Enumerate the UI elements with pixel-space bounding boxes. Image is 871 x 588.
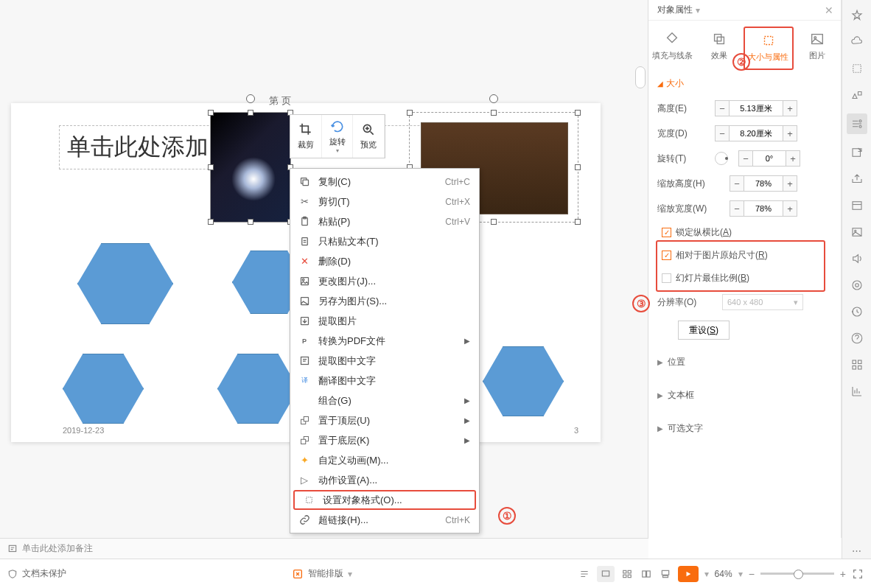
zoom-slider[interactable] <box>760 573 834 575</box>
sorter-view-icon[interactable] <box>620 568 634 580</box>
ctx-extract-text[interactable]: 提取图中文字 <box>290 351 479 371</box>
tab-pic[interactable]: 图片 <box>794 27 841 70</box>
protect-status[interactable]: 文档未保护 <box>22 567 66 580</box>
ctx-save-as-pic[interactable]: 另存为图片(S)... <box>290 291 479 311</box>
shapes-icon[interactable] <box>849 87 865 103</box>
section-position[interactable]: ▶位置 <box>648 346 841 379</box>
zoom-in[interactable]: + <box>840 568 846 580</box>
crop-button[interactable]: 裁剪 <box>290 115 322 158</box>
close-icon[interactable]: ✕ <box>825 4 833 16</box>
rotate-spinner[interactable]: −+ <box>738 150 800 167</box>
preview-button[interactable]: 预览 <box>353 115 385 158</box>
section-size[interactable]: ◢大小 <box>648 70 841 96</box>
reset-button[interactable]: 重设(S) <box>678 321 730 340</box>
tab-size[interactable]: 大小与属性 <box>744 27 794 70</box>
minus-button[interactable]: − <box>730 175 744 192</box>
rotate-button[interactable]: 旋转▾ <box>322 115 354 158</box>
grid-icon[interactable] <box>849 357 865 373</box>
rotate-dial[interactable] <box>715 152 728 165</box>
ctx-translate[interactable]: 译翻译图中文字 <box>290 371 479 391</box>
plus-button[interactable]: + <box>783 100 797 116</box>
rel-orig-check[interactable]: 相对于图片原始尺寸(R) <box>648 244 841 267</box>
share-icon[interactable] <box>849 171 865 187</box>
ctx-cut[interactable]: ✂剪切(T)Ctrl+X <box>290 192 479 211</box>
section-alttext[interactable]: ▶可选文字 <box>648 412 841 445</box>
properties-icon[interactable] <box>847 113 867 134</box>
width-input[interactable] <box>730 125 783 141</box>
ctx-paste-text[interactable]: 只粘贴文本(T) <box>290 231 479 251</box>
ctx-custom-anim[interactable]: ✦自定义动画(M)... <box>290 450 479 470</box>
image-1[interactable] <box>210 112 291 223</box>
reading-view-icon[interactable] <box>640 568 653 580</box>
resize-handle[interactable] <box>208 164 214 170</box>
select-icon[interactable] <box>849 60 865 77</box>
layout-icon[interactable] <box>849 197 865 214</box>
height-input[interactable] <box>730 100 783 116</box>
hexagon-shape[interactable] <box>63 354 144 424</box>
target-icon[interactable] <box>849 277 865 293</box>
resize-handle[interactable] <box>575 219 581 225</box>
minus-button[interactable]: − <box>738 150 753 167</box>
resize-handle[interactable] <box>208 110 214 116</box>
image-icon[interactable] <box>849 224 865 240</box>
plus-button[interactable]: + <box>783 175 797 192</box>
export-icon[interactable] <box>849 144 865 161</box>
sound-icon[interactable] <box>849 251 865 267</box>
minus-button[interactable]: − <box>715 100 730 116</box>
outline-view-icon[interactable] <box>578 568 591 580</box>
resize-handle[interactable] <box>575 164 581 170</box>
tab-fill[interactable]: 填充与线条 <box>648 27 696 70</box>
resize-handle[interactable] <box>491 219 497 225</box>
minus-button[interactable]: − <box>730 200 744 217</box>
ctx-group[interactable]: 组合(G)▶ <box>290 391 479 410</box>
ctx-extract-pic[interactable]: 提取图片 <box>290 311 479 331</box>
scale-h-spinner[interactable]: −+ <box>730 175 797 192</box>
ctx-change-pic[interactable]: 更改图片(J)... <box>290 271 479 291</box>
rotate-input[interactable] <box>753 150 786 167</box>
zoom-value[interactable]: 64% <box>715 569 732 579</box>
ctx-bring-front[interactable]: 置于顶层(U)▶ <box>290 410 479 430</box>
resize-handle[interactable] <box>575 110 581 116</box>
ctx-to-pdf[interactable]: P转换为PDF文件▶ <box>290 331 479 351</box>
ctx-action[interactable]: ▷动作设置(A)... <box>290 470 479 490</box>
resize-handle[interactable] <box>248 219 253 225</box>
resize-handle[interactable] <box>248 110 253 116</box>
ctx-delete[interactable]: ✕删除(D) <box>290 251 479 271</box>
zoom-out[interactable]: − <box>749 568 755 580</box>
lock-ratio-check[interactable]: 锁定纵横比(A) <box>648 221 841 244</box>
hexagon-shape[interactable] <box>217 354 298 424</box>
resize-handle[interactable] <box>491 110 497 116</box>
rotate-handle[interactable] <box>489 94 498 103</box>
slideshow-button[interactable] <box>678 566 699 582</box>
height-spinner[interactable]: −+ <box>715 100 797 116</box>
notes-view-icon[interactable] <box>659 568 672 580</box>
normal-view-icon[interactable] <box>597 566 615 582</box>
scale-w-spinner[interactable]: −+ <box>730 200 797 217</box>
plus-button[interactable]: + <box>786 150 800 167</box>
help-icon[interactable] <box>849 330 865 346</box>
width-spinner[interactable]: −+ <box>715 125 797 141</box>
ctx-paste[interactable]: 粘贴(P)Ctrl+V <box>290 211 479 231</box>
notes-bar[interactable]: 单击此处添加备注 <box>0 538 648 559</box>
more-icon[interactable]: ⋯ <box>849 542 865 559</box>
smart-layout[interactable]: 智能排版 <box>308 567 343 580</box>
ctx-hyperlink[interactable]: 超链接(H)...Ctrl+K <box>290 510 479 530</box>
minus-button[interactable]: − <box>715 125 730 141</box>
best-ratio-check[interactable]: 幻灯片最佳比例(B) <box>648 267 841 290</box>
fit-icon[interactable] <box>852 568 864 580</box>
ctx-copy[interactable]: 复制(C)Ctrl+C <box>290 172 479 192</box>
chart-icon[interactable] <box>849 383 865 399</box>
history-icon[interactable] <box>849 304 865 320</box>
hexagon-shape[interactable] <box>483 346 564 416</box>
section-textbox[interactable]: ▶文本框 <box>648 379 841 412</box>
scale-h-input[interactable] <box>744 175 783 192</box>
cloud-icon[interactable] <box>849 34 865 50</box>
hexagon-shape[interactable] <box>77 243 173 324</box>
plus-button[interactable]: + <box>783 125 797 141</box>
ctx-format-object[interactable]: 设置对象格式(O)... <box>293 490 476 510</box>
star-icon[interactable] <box>849 7 865 24</box>
resize-handle[interactable] <box>208 219 214 225</box>
ctx-send-back[interactable]: 置于底层(K)▶ <box>290 430 479 450</box>
scroll-thumb[interactable] <box>635 66 646 88</box>
rotate-handle[interactable] <box>246 94 255 103</box>
